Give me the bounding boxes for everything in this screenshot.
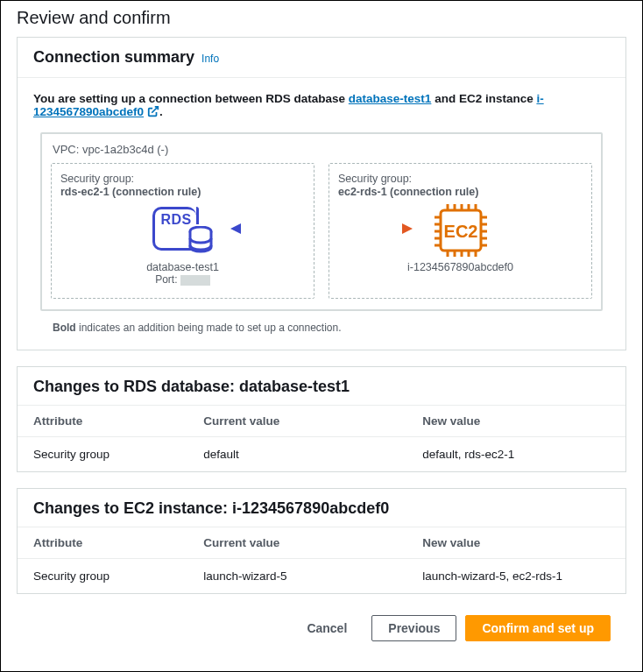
dialog-footer: Cancel Previous Confirm and set up xyxy=(17,610,626,654)
ec2-security-group-box: Security group: ec2-rds-1 (connection ru… xyxy=(329,163,592,299)
col-attribute: Attribute xyxy=(18,527,187,559)
cell-current: default xyxy=(187,437,406,472)
sentence-prefix: You are setting up a connection between … xyxy=(33,92,349,105)
table-row: Security group default default, rds-ec2-… xyxy=(18,437,625,472)
cell-new: launch-wizard-5, ec2-rds-1 xyxy=(406,559,625,594)
sg-rds-name: rds-ec2-1 (connection rule) xyxy=(60,186,305,198)
cell-current: launch-wizard-5 xyxy=(187,559,406,594)
table-row: Security group launch-wizard-5 launch-wi… xyxy=(18,559,625,594)
previous-button[interactable]: Previous xyxy=(371,615,456,641)
cell-attribute: Security group xyxy=(18,559,187,594)
col-current: Current value xyxy=(187,406,406,437)
sg-ec2-name: ec2-rds-1 (connection rule) xyxy=(338,186,583,198)
connection-summary-panel: Connection summary Info You are setting … xyxy=(17,37,626,350)
rds-changes-table: Attribute Current value New value Securi… xyxy=(18,405,625,471)
sg-label: Security group: xyxy=(338,173,583,185)
ec2-changes-panel: Changes to EC2 instance: i-1234567890abc… xyxy=(17,488,626,594)
rds-changes-panel: Changes to RDS database: database-test1 … xyxy=(17,366,626,472)
port-value-redacted xyxy=(180,275,210,286)
confirm-button[interactable]: Confirm and set up xyxy=(465,615,611,641)
setup-sentence: You are setting up a connection between … xyxy=(33,92,610,120)
col-new: New value xyxy=(406,406,625,437)
rds-security-group-box: Security group: rds-ec2-1 (connection ru… xyxy=(51,163,314,299)
bold-note: Bold indicates an addition being made to… xyxy=(53,322,610,334)
dialog-body: Connection summary Info You are setting … xyxy=(1,37,642,671)
info-link[interactable]: Info xyxy=(201,53,219,65)
col-current: Current value xyxy=(187,527,406,559)
sentence-suffix: . xyxy=(159,105,163,118)
dialog-title: Review and confirm xyxy=(1,1,642,37)
ec2-icon: EC2 xyxy=(428,203,493,258)
rds-port: Port: xyxy=(155,273,210,286)
rds-icon: RDS xyxy=(151,203,216,258)
col-attribute: Attribute xyxy=(18,406,187,437)
ec2-changes-table: Attribute Current value New value Securi… xyxy=(18,527,625,593)
external-link-icon xyxy=(147,105,159,120)
vpc-label: VPC: vpc-1a2b3c4d (-) xyxy=(51,141,592,163)
sentence-mid: and EC2 instance xyxy=(431,92,536,105)
col-new: New value xyxy=(406,527,625,559)
rds-resource-name: database-test1 xyxy=(146,261,219,273)
connection-summary-heading: Connection summary xyxy=(33,48,194,67)
ec2-resource-name: i-1234567890abcdef0 xyxy=(407,261,513,273)
cell-attribute: Security group xyxy=(18,437,187,472)
review-confirm-dialog: Review and confirm Connection summary In… xyxy=(0,0,643,672)
ec2-changes-heading: Changes to EC2 instance: i-1234567890abc… xyxy=(33,499,389,518)
database-icon xyxy=(187,226,214,258)
sg-label: Security group: xyxy=(60,173,305,185)
cell-new: default, rds-ec2-1 xyxy=(406,437,625,472)
vpc-box: VPC: vpc-1a2b3c4d (-) Security group: rd… xyxy=(40,132,603,311)
cancel-button[interactable]: Cancel xyxy=(291,616,363,640)
rds-changes-heading: Changes to RDS database: database-test1 xyxy=(33,378,350,396)
rds-database-link[interactable]: database-test1 xyxy=(349,92,432,105)
svg-text:EC2: EC2 xyxy=(443,222,477,241)
